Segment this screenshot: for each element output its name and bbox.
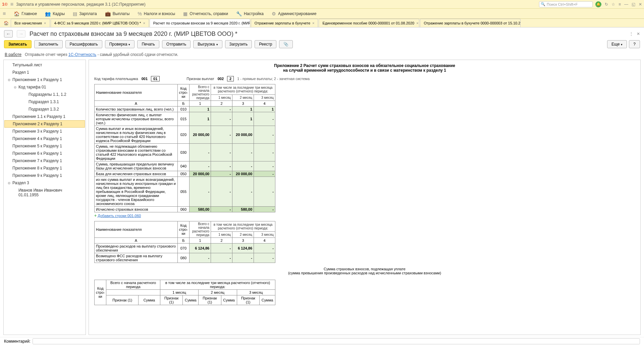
home-icon: 🏠	[14, 11, 19, 16]
tab-5[interactable]: Отражение зарплаты в бухучете 0000-00000…	[420, 19, 521, 27]
tariff-code-box[interactable]: 01	[151, 76, 160, 81]
tree-item-8[interactable]: Приложение 2 к Разделу 1	[4, 120, 85, 128]
tree-item-5[interactable]: Подраздел 1.3.1	[4, 98, 85, 106]
report-table-3: Код стро- ки Всего с начала расчетного п…	[94, 280, 275, 305]
close-page-icon[interactable]: ✕	[637, 31, 640, 36]
status-label[interactable]: В работе	[5, 52, 21, 57]
tab-2[interactable]: Расчет по страховым взносам за 9 месяцев…	[150, 19, 250, 27]
tab-0[interactable]: Все начисления×	[11, 19, 50, 27]
tree-toggle-icon[interactable]: ⊖	[8, 78, 11, 82]
add-rows-link[interactable]: Добавить строки 001-060	[98, 214, 141, 218]
table-row: База для исчисления страховых взносов050…	[95, 171, 275, 177]
tree-item-7[interactable]: Приложение 1.1 к Разделу 1	[4, 113, 85, 120]
percent-icon: %	[138, 11, 142, 16]
home-tab[interactable]: 🏠	[2, 19, 10, 27]
menu-vyplaty[interactable]: 💼Выплаты	[105, 11, 130, 16]
tree-item-11[interactable]: Приложение 5 к Разделу 1	[4, 142, 85, 150]
page-header: ← → Расчет по страховым взносам за 9 мес…	[0, 27, 644, 40]
menu-admin[interactable]: ⚙Администрирование	[272, 11, 316, 16]
sign-box[interactable]: 2	[227, 76, 234, 81]
table-row: Количество физических лиц, с выплат кото…	[95, 112, 275, 126]
wrench-icon: 🔧	[236, 11, 242, 16]
table-row: Сумма, не подлежащая обложению страховым…	[95, 144, 275, 161]
download-button[interactable]: Загрузить	[225, 40, 252, 48]
registry-button[interactable]: Реестр	[255, 40, 276, 48]
history-icon[interactable]: ↻	[605, 2, 608, 7]
status-line: В работе Отправьте отчет через 1С-Отчетн…	[0, 51, 644, 60]
menu-nalogi[interactable]: %Налоги и взносы	[138, 11, 175, 16]
menu-zarplata[interactable]: ▤Зарплата	[73, 11, 97, 16]
tab-close-icon[interactable]: ×	[44, 21, 46, 25]
tree-item-6[interactable]: Подраздел 1.3.2	[4, 106, 85, 113]
print-button[interactable]: Печать	[137, 40, 159, 48]
table-row: Сумма выплат и иных вознаграждений, начи…	[95, 126, 275, 144]
menu-lines-icon[interactable]: ≡	[619, 2, 621, 7]
minimize-icon[interactable]: —	[624, 2, 628, 7]
tree-item-14[interactable]: Приложение 8 к Разделу 1	[4, 164, 85, 172]
tab-4[interactable]: Единовременное пособие 0000-000001 от 01…	[319, 19, 419, 27]
fill-button[interactable]: Заполнить	[34, 40, 63, 48]
star-icon[interactable]: ☆	[611, 2, 615, 7]
tree-panel: Титульный листРаздел 1⊖Приложение 1 к Ра…	[3, 60, 86, 335]
tree-item-12[interactable]: Приложение 6 к Разделу 1	[4, 150, 85, 157]
upload-button[interactable]: Выгрузка	[193, 40, 222, 48]
tab-close-icon[interactable]: ×	[416, 21, 418, 25]
logo-1c: 1©	[2, 2, 8, 7]
menu-main[interactable]: 🏠Главное	[14, 11, 37, 16]
more-menu-icon[interactable]: ⋮	[629, 31, 633, 36]
tab-3[interactable]: Отражение зарплаты в бухучете×	[251, 19, 318, 27]
menu-kadry[interactable]: 👥Кадры	[45, 11, 65, 16]
bell-icon[interactable]: 🔔	[595, 1, 601, 7]
tree-toggle-icon[interactable]: ⊖	[14, 85, 17, 89]
tab-close-icon[interactable]: ×	[143, 21, 145, 25]
money-icon: ▤	[73, 11, 77, 16]
tree-item-15[interactable]: Приложение 9 к Разделу 1	[4, 172, 85, 179]
menu-nastroika[interactable]: 🔧Настройка	[236, 11, 264, 16]
tree-item-10[interactable]: Приложение 4 к Разделу 1	[4, 135, 85, 142]
title-bar: 1© ≡ Зарплата и управление персоналом, р…	[0, 0, 644, 9]
forward-button[interactable]: →	[17, 30, 25, 38]
report-table-2: Наименование показателя Код стро- ки Все…	[94, 221, 275, 263]
title-icons: 🔔 ↻ ☆ ≡ — ◱ ✕	[595, 1, 642, 7]
restore-icon[interactable]: ◱	[632, 2, 635, 7]
footer: Комментарий:	[0, 337, 644, 345]
report-table-1: Наименование показателя Код стро- ки Все…	[94, 84, 275, 212]
send-button[interactable]: Отправить	[162, 40, 191, 48]
comment-label: Комментарий:	[4, 339, 31, 344]
wallet-icon: 💼	[105, 11, 111, 16]
tab-close-icon[interactable]: ×	[312, 21, 314, 25]
main-menu: ≡ 🏠Главное 👥Кадры ▤Зарплата 💼Выплаты %На…	[0, 9, 644, 19]
tree-item-3[interactable]: ⊖Код тарифа 01	[4, 83, 85, 91]
table-row: Количество застрахованных лиц, всего (че…	[95, 107, 275, 112]
menu-icon[interactable]: ≡	[3, 11, 6, 17]
decode-button[interactable]: Расшифровать	[65, 40, 102, 48]
report-panel: Приложение 2 Расчет сумм страховых взнос…	[89, 60, 641, 335]
search-input[interactable]: 🔍Поиск Ctrl+Shift+F	[539, 1, 593, 7]
help-button[interactable]: ?	[629, 40, 640, 48]
check-button[interactable]: Проверка	[105, 40, 135, 48]
tree-item-1[interactable]: Раздел 1	[4, 69, 85, 76]
menu-otchet[interactable]: ▦Отчетность, справки	[183, 11, 228, 16]
tree-toggle-icon[interactable]: ⊖	[8, 181, 11, 185]
tree-item-16[interactable]: ⊖Раздел 3	[4, 179, 85, 187]
tree-item-13[interactable]: Приложение 7 к Разделу 1	[4, 157, 85, 164]
tree-item-0[interactable]: Титульный лист	[4, 61, 85, 69]
tree-item-4[interactable]: Подразделы 1.1, 1.2	[4, 91, 85, 98]
comment-input[interactable]	[33, 338, 640, 344]
save-button[interactable]: Записать	[4, 40, 32, 48]
tab-1[interactable]: 4-ФСС за 9 месяцев 2020 г. (МИР ЦВЕТОВ О…	[51, 19, 149, 27]
tree-item-2[interactable]: ⊖Приложение 1 к Разделу 1	[4, 76, 85, 83]
tree-item-17[interactable]: Иванов Иван Иванович 01.01.1955	[4, 187, 85, 199]
close-icon[interactable]: ✕	[639, 2, 642, 7]
attach-button[interactable]: 📎	[279, 40, 293, 48]
tab-bar: 🏠 Все начисления×4-ФСС за 9 месяцев 2020…	[0, 19, 644, 27]
people-icon: 👥	[45, 11, 51, 16]
more-button[interactable]: Еще	[607, 40, 627, 48]
back-button[interactable]: ←	[4, 30, 13, 38]
search-icon: 🔍	[541, 2, 545, 6]
sub-title: Сумма страховых взносов, подлежащая упла…	[94, 267, 635, 275]
tree-item-9[interactable]: Приложение 3 к Разделу 1	[4, 128, 85, 135]
hamburger-icon[interactable]: ≡	[10, 1, 13, 7]
page-title: Расчет по страховым взносам за 9 месяцев…	[30, 30, 625, 38]
link-1c-otchetnost[interactable]: 1С-Отчетность	[68, 52, 96, 57]
